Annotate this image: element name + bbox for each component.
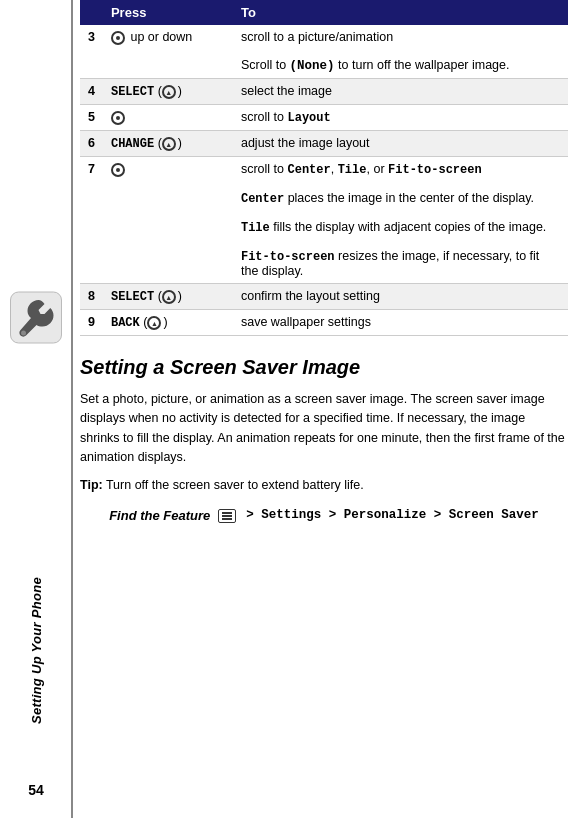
tool-icon (9, 290, 64, 345)
action-key (162, 85, 176, 99)
table-row: 9 BACK () save wallpaper settings (80, 310, 568, 336)
to-cell: scroll to Layout (233, 105, 568, 131)
press-modifier-close: ) (178, 136, 182, 150)
fit-label: Fit-to-screen (241, 250, 335, 264)
row-num: 9 (80, 310, 103, 336)
find-feature-block: Find the Feature > Settings > Personaliz… (80, 508, 568, 524)
press-key: CHANGE (111, 137, 154, 151)
menu-icon (218, 509, 236, 523)
to-cell: confirm the layout setting (233, 284, 568, 310)
tip-line: Tip: Turn off the screen saver to extend… (80, 478, 568, 492)
tip-text: Turn off the screen saver to extend batt… (106, 478, 364, 492)
table-row: 7 scroll to Center, Tile, or Fit-to-scre… (80, 157, 568, 284)
press-key: BACK (111, 316, 140, 330)
find-feature-icon-wrapper (218, 508, 238, 524)
col-press-header: Press (103, 0, 233, 25)
press-cell: up or down (103, 25, 233, 79)
press-cell (103, 157, 233, 284)
nav-icon (111, 163, 125, 177)
to-cell: scroll to a picture/animation Scroll to … (233, 25, 568, 79)
page-number: 54 (28, 782, 44, 798)
col-num-header (80, 0, 103, 25)
center-label: Center (241, 192, 284, 206)
table-row: 4 SELECT () select the image (80, 79, 568, 105)
main-content: Press To 3 up or down scroll to a pictur… (72, 0, 580, 818)
press-cell: BACK () (103, 310, 233, 336)
table-row: 3 up or down scroll to a picture/animati… (80, 25, 568, 79)
row-num: 7 (80, 157, 103, 284)
to-cell: select the image (233, 79, 568, 105)
press-modifier-close: ) (178, 84, 182, 98)
row-num: 3 (80, 25, 103, 79)
tip-label: Tip: (80, 478, 103, 492)
nav-icon (111, 111, 125, 125)
action-key (147, 316, 161, 330)
press-modifier-close: ) (163, 315, 167, 329)
row-num: 6 (80, 131, 103, 157)
find-feature-label: Find the Feature (109, 508, 210, 523)
col-to-header: To (233, 0, 568, 25)
fit-text: Fit-to-screen (388, 163, 482, 177)
table-row: 5 scroll to Layout (80, 105, 568, 131)
section-body: Set a photo, picture, or animation as a … (80, 390, 568, 468)
sidebar: Setting Up Your Phone 54 (0, 0, 72, 818)
press-cell: CHANGE () (103, 131, 233, 157)
press-cell (103, 105, 233, 131)
to-cell: scroll to Center, Tile, or Fit-to-screen… (233, 157, 568, 284)
row-num: 8 (80, 284, 103, 310)
sidebar-label: Setting Up Your Phone (29, 577, 44, 724)
nav-icon (111, 31, 125, 45)
press-cell: SELECT () (103, 284, 233, 310)
row-num: 5 (80, 105, 103, 131)
tile-text: Tile (338, 163, 367, 177)
tile-label: Tile (241, 221, 270, 235)
section-heading: Setting a Screen Saver Image (80, 354, 568, 380)
press-key: SELECT (111, 85, 154, 99)
svg-point-1 (21, 331, 26, 336)
action-key (162, 290, 176, 304)
table-row: 8 SELECT () confirm the layout setting (80, 284, 568, 310)
action-key (162, 137, 176, 151)
layout-text: Layout (288, 111, 331, 125)
to-cell: save wallpaper settings (233, 310, 568, 336)
to-cell: adjust the image layout (233, 131, 568, 157)
press-key: SELECT (111, 290, 154, 304)
none-text: (None) (290, 59, 335, 73)
find-feature-path: > Settings > Personalize > Screen Saver (246, 508, 539, 522)
table-row: 6 CHANGE () adjust the image layout (80, 131, 568, 157)
press-modifier-close: ) (178, 289, 182, 303)
row-num: 4 (80, 79, 103, 105)
press-text: up or down (130, 30, 192, 44)
press-cell: SELECT () (103, 79, 233, 105)
instruction-table: Press To 3 up or down scroll to a pictur… (80, 0, 568, 336)
center-text: Center (288, 163, 331, 177)
